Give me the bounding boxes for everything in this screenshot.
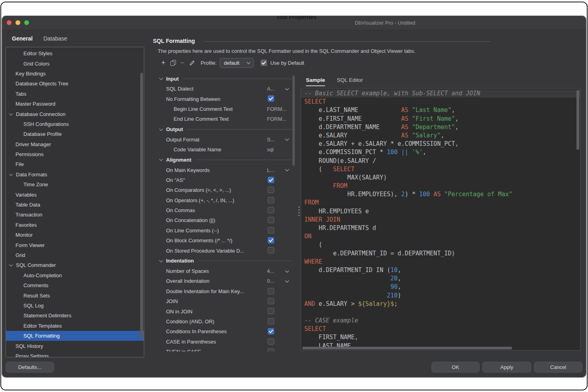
- chevron-down-icon[interactable]: [159, 258, 163, 262]
- sidebar-item-auto-completion[interactable]: Auto-Completion: [6, 270, 144, 280]
- duplicate-profile-icon[interactable]: [168, 58, 178, 68]
- setting-row-begin-line-comment-text[interactable]: Begin Line Comment TextFORM...: [157, 104, 295, 114]
- edit-profile-icon[interactable]: [187, 58, 197, 68]
- setting-row-overall-indentation[interactable]: Overall Indentation0...: [157, 276, 295, 286]
- chevron-down-icon[interactable]: [9, 263, 13, 267]
- setting-row-conditions-in-parentheses[interactable]: Conditions In Parentheses: [157, 326, 295, 336]
- sidebar-item-database-profile[interactable]: Database Profile: [6, 129, 144, 139]
- close-button[interactable]: [7, 20, 12, 25]
- setting-row-no-formatting-between[interactable]: No Formatting Between: [157, 94, 295, 104]
- chevron-down-icon[interactable]: [9, 172, 13, 176]
- use-by-default-checkbox[interactable]: [261, 60, 267, 66]
- defaults-button[interactable]: Defaults...: [6, 362, 54, 373]
- setting-row-case-in-parentheses[interactable]: CASE in Parentheses: [157, 337, 295, 347]
- sidebar-item-editor-styles[interactable]: Editor Styles: [6, 48, 144, 58]
- checkbox-unchecked[interactable]: [268, 197, 274, 203]
- section-header-indentation[interactable]: Indentation: [157, 256, 295, 266]
- setting-value[interactable]: L...: [267, 165, 288, 175]
- setting-row-end-line-comment-text[interactable]: End Line Comment TextFORM...: [157, 114, 295, 124]
- add-profile-icon[interactable]: +: [159, 58, 168, 68]
- zoom-button[interactable]: [24, 20, 29, 25]
- setting-row-join[interactable]: JOIN: [157, 296, 295, 306]
- section-header-output[interactable]: Output: [157, 124, 295, 135]
- setting-row-on-block-comments[interactable]: On Block Comments (/* ... */): [157, 236, 295, 245]
- checkbox-unchecked[interactable]: [268, 207, 274, 213]
- setting-value[interactable]: 4...: [267, 266, 288, 276]
- sidebar-item-monitor[interactable]: Monitor: [6, 230, 144, 240]
- sidebar-item-editor-templates[interactable]: Editor Templates: [6, 321, 144, 331]
- setting-row-on-operators-in[interactable]: On Operators (+, -, *, /, IN, ...): [157, 195, 295, 205]
- ok-button[interactable]: OK: [431, 362, 480, 373]
- chevron-down-icon[interactable]: [159, 127, 163, 131]
- splitter-handle[interactable]: [297, 207, 300, 216]
- setting-value[interactable]: 0...: [267, 276, 288, 286]
- checkbox-unchecked[interactable]: [268, 318, 274, 324]
- setting-row-on-comparators[interactable]: On Comparators (=, <, >, ...): [157, 185, 295, 195]
- sidebar-item-statement-delimiters[interactable]: Statement Delimiters: [6, 311, 144, 321]
- section-header-input[interactable]: Input: [157, 73, 295, 84]
- setting-row-on-main-keywords[interactable]: On Main KeywordsL...: [157, 165, 295, 175]
- code-vertical-scrollbar[interactable]: [576, 90, 579, 150]
- sidebar-scrollbar[interactable]: [140, 73, 143, 339]
- checkbox-unchecked[interactable]: [268, 227, 274, 234]
- sidebar-item-sql-formatting[interactable]: SQL Formatting: [6, 331, 144, 341]
- chevron-down-icon[interactable]: [159, 76, 163, 80]
- checkbox-unchecked[interactable]: [268, 217, 274, 223]
- checkbox-unchecked[interactable]: [268, 308, 274, 314]
- chevron-down-icon[interactable]: [9, 112, 13, 116]
- checkbox-unchecked[interactable]: [268, 247, 274, 253]
- setting-row-sql-dialect[interactable]: SQL DialectA...: [157, 84, 295, 94]
- setting-row-output-format[interactable]: Output FormatS...: [157, 135, 295, 145]
- sidebar-item-result-sets[interactable]: Result Sets: [6, 290, 144, 300]
- sidebar-item-database-objects-tree[interactable]: Database Objects Tree: [6, 79, 144, 89]
- checkbox-unchecked[interactable]: [268, 288, 274, 294]
- checkbox-checked[interactable]: [268, 177, 274, 183]
- code-horizontal-scrollbar[interactable]: [302, 347, 512, 350]
- sidebar-item-variables[interactable]: Variables: [6, 189, 144, 199]
- setting-row-then-in-case[interactable]: THEN in CASE: [157, 347, 295, 351]
- setting-value[interactable]: A...: [267, 84, 288, 94]
- setting-row-code-variable-name[interactable]: Code Variable Namesql: [157, 145, 295, 154]
- sidebar-item-key-bindings[interactable]: Key Bindings: [6, 69, 144, 79]
- sidebar-item-transaction[interactable]: Transaction: [6, 210, 144, 220]
- sidebar-item-master-password[interactable]: Master Password: [6, 99, 144, 109]
- sidebar-item-grid[interactable]: Grid: [6, 250, 144, 260]
- sidebar-item-data-formats[interactable]: Data Formats: [6, 170, 144, 180]
- sidebar-item-form-viewer[interactable]: Form Viewer: [6, 240, 144, 250]
- checkbox-unchecked[interactable]: [268, 187, 274, 193]
- setting-row-on-line-comments[interactable]: On Line Comments (--): [157, 226, 295, 236]
- minimize-button[interactable]: [15, 20, 20, 25]
- setting-row-on-commas[interactable]: On Commas: [157, 205, 295, 215]
- cancel-button[interactable]: Cancel: [534, 362, 582, 373]
- sidebar-item-sql-history[interactable]: SQL History: [6, 341, 144, 351]
- sidebar-item-grid-colors[interactable]: Grid Colors: [6, 58, 144, 68]
- setting-row-double-indentation-for-main-key[interactable]: Double Indentation for Main Key...: [157, 286, 295, 296]
- setting-value[interactable]: S...: [267, 135, 288, 145]
- chevron-down-icon[interactable]: [159, 157, 163, 161]
- sidebar-item-tabs[interactable]: Tabs: [6, 89, 144, 99]
- sidebar-item-comments[interactable]: Comments: [6, 280, 144, 290]
- setting-row-number-of-spaces[interactable]: Number of Spaces4...: [157, 266, 295, 276]
- checkbox-unchecked[interactable]: [268, 348, 274, 351]
- setting-row-condition-and-or[interactable]: Condition (AND, OR): [157, 317, 295, 326]
- checkbox-unchecked[interactable]: [268, 338, 274, 345]
- checkbox-checked[interactable]: [268, 328, 274, 334]
- remove-profile-icon[interactable]: −: [178, 58, 187, 68]
- profile-select[interactable]: default: [220, 58, 254, 68]
- apply-button[interactable]: Apply: [482, 362, 531, 373]
- checkbox-unchecked[interactable]: [268, 298, 274, 304]
- sidebar-item-permissions[interactable]: Permissions: [6, 149, 144, 159]
- section-header-alignment[interactable]: Alignment: [157, 154, 295, 165]
- sidebar-item-time-zone[interactable]: Time Zone: [6, 180, 144, 189]
- sidebar-item-sql-commander[interactable]: SQL Commander: [6, 260, 144, 270]
- setting-row-on-concatenation[interactable]: On Concatenation (||): [157, 215, 295, 225]
- checkbox-checked[interactable]: [268, 95, 274, 102]
- tab-database[interactable]: Database: [43, 35, 67, 42]
- setting-row-on-as[interactable]: On "AS": [157, 175, 295, 185]
- sidebar-item-proxy-settings[interactable]: Proxy Settings: [6, 351, 144, 357]
- sidebar-item-ssh-configurations[interactable]: SSH Configurations: [6, 119, 144, 129]
- sidebar-item-file[interactable]: File: [6, 159, 144, 169]
- checkbox-checked[interactable]: [268, 237, 274, 243]
- settings-scrollbar[interactable]: [292, 75, 295, 166]
- tab-general[interactable]: General: [12, 35, 33, 42]
